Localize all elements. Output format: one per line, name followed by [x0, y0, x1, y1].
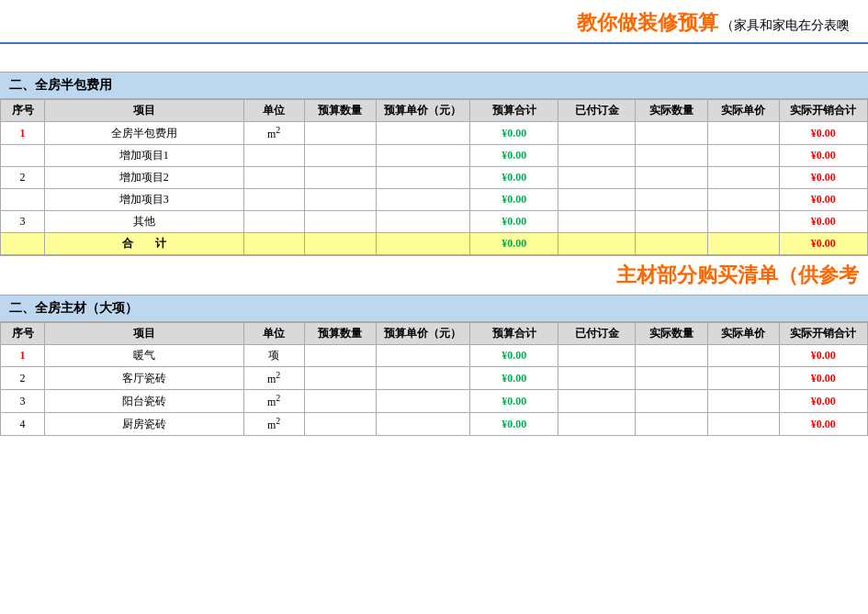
actual-qty-cell: [636, 413, 707, 436]
section1-header: 二、全房半包费用: [0, 72, 868, 99]
table-row: 增加项目3 ¥0.00 ¥0.00: [1, 189, 868, 211]
total-actual-price: [707, 233, 779, 255]
seq-cell: 1: [1, 345, 45, 367]
col2-header-actual-price: 实际单价: [707, 323, 779, 345]
plan-qty-cell: [304, 167, 376, 189]
col-header-plan-qty: 预算数量: [304, 100, 376, 122]
header-gap: [0, 44, 868, 72]
total-paid: [558, 233, 636, 255]
plan-price-cell: [376, 211, 469, 233]
total-plan-qty: [304, 233, 376, 255]
mid-banner-text: 主材部分购买清单（供参考: [616, 263, 859, 286]
plan-total-cell: ¥0.00: [470, 345, 558, 367]
header-title: 教你做装修预算: [577, 11, 718, 34]
plan-qty-cell: [304, 345, 376, 367]
plan-price-cell: [376, 413, 469, 436]
actual-total-cell: ¥0.00: [779, 189, 867, 211]
plan-qty-cell: [304, 145, 376, 167]
col2-header-plan-total: 预算合计: [470, 323, 558, 345]
paid-cell: [558, 345, 636, 367]
table-row: 2 增加项目2 ¥0.00 ¥0.00: [1, 167, 868, 189]
col2-header-seq: 序号: [1, 323, 45, 345]
col-header-actual-qty: 实际数量: [636, 100, 707, 122]
actual-qty-cell: [636, 367, 707, 390]
plan-total-cell: ¥0.00: [470, 167, 558, 189]
total-label: 合 计: [45, 233, 243, 255]
actual-total-cell: ¥0.00: [779, 122, 867, 145]
plan-price-cell: [376, 145, 469, 167]
table-row: 4 厨房瓷砖 m2 ¥0.00 ¥0.00: [1, 413, 868, 436]
unit-cell: m2: [243, 390, 304, 413]
seq-cell: 4: [1, 413, 45, 436]
actual-total-cell: ¥0.00: [779, 413, 867, 436]
actual-price-cell: [707, 167, 779, 189]
table-row: 增加项目1 ¥0.00 ¥0.00: [1, 145, 868, 167]
item-cell: 暖气: [45, 345, 243, 367]
col2-header-plan-qty: 预算数量: [304, 323, 376, 345]
section1-header-row: 序号 项目 单位 预算数量 预算单价（元） 预算合计 已付订金 实际数量 实际单…: [1, 100, 868, 122]
actual-total-cell: ¥0.00: [779, 145, 867, 167]
plan-qty-cell: [304, 122, 376, 145]
col-header-plan-price: 预算单价（元）: [376, 100, 469, 122]
unit-cell: [243, 145, 304, 167]
paid-cell: [558, 413, 636, 436]
actual-price-cell: [707, 211, 779, 233]
seq-cell: [1, 189, 45, 211]
paid-cell: [558, 122, 636, 145]
actual-price-cell: [707, 145, 779, 167]
actual-qty-cell: [636, 145, 707, 167]
unit-cell: [243, 211, 304, 233]
unit-cell: m2: [243, 122, 304, 145]
plan-price-cell: [376, 390, 469, 413]
col2-header-item: 项目: [45, 323, 243, 345]
actual-total-cell: ¥0.00: [779, 345, 867, 367]
actual-qty-cell: [636, 167, 707, 189]
actual-total-cell: ¥0.00: [779, 211, 867, 233]
actual-price-cell: [707, 367, 779, 390]
col-header-unit: 单位: [243, 100, 304, 122]
table-row: 3 其他 ¥0.00 ¥0.00: [1, 211, 868, 233]
col-header-plan-total: 预算合计: [470, 100, 558, 122]
plan-total-cell: ¥0.00: [470, 413, 558, 436]
total-unit: [243, 233, 304, 255]
paid-cell: [558, 167, 636, 189]
seq-cell: [1, 145, 45, 167]
seq-cell: 3: [1, 211, 45, 233]
item-cell: 客厅瓷砖: [45, 367, 243, 390]
col-header-actual-price: 实际单价: [707, 100, 779, 122]
col2-header-unit: 单位: [243, 323, 304, 345]
total-row: 合 计 ¥0.00 ¥0.00: [1, 233, 868, 255]
actual-price-cell: [707, 345, 779, 367]
total-actual-qty: [636, 233, 707, 255]
actual-price-cell: [707, 413, 779, 436]
unit-cell: m2: [243, 413, 304, 436]
actual-price-cell: [707, 122, 779, 145]
plan-price-cell: [376, 367, 469, 390]
plan-total-cell: ¥0.00: [470, 367, 558, 390]
plan-total-cell: ¥0.00: [470, 189, 558, 211]
plan-total-cell: ¥0.00: [470, 145, 558, 167]
col-header-paid: 已付订金: [558, 100, 636, 122]
unit-cell: [243, 167, 304, 189]
plan-qty-cell: [304, 189, 376, 211]
item-cell: 阳台瓷砖: [45, 390, 243, 413]
item-cell: 其他: [45, 211, 243, 233]
actual-total-cell: ¥0.00: [779, 167, 867, 189]
plan-price-cell: [376, 167, 469, 189]
table-row: 1 暖气 项 ¥0.00 ¥0.00: [1, 345, 868, 367]
col2-header-plan-price: 预算单价（元）: [376, 323, 469, 345]
paid-cell: [558, 390, 636, 413]
seq-cell: 3: [1, 390, 45, 413]
header-subtitle: （家具和家电在分表噢: [721, 18, 850, 32]
col-header-item: 项目: [45, 100, 243, 122]
section1-table: 序号 项目 单位 预算数量 预算单价（元） 预算合计 已付订金 实际数量 实际单…: [0, 99, 868, 255]
unit-cell: m2: [243, 367, 304, 390]
table-row: 3 阳台瓷砖 m2 ¥0.00 ¥0.00: [1, 390, 868, 413]
actual-qty-cell: [636, 211, 707, 233]
paid-cell: [558, 211, 636, 233]
total-seq: [1, 233, 45, 255]
actual-total-cell: ¥0.00: [779, 390, 867, 413]
seq-cell: 2: [1, 167, 45, 189]
plan-qty-cell: [304, 211, 376, 233]
plan-qty-cell: [304, 413, 376, 436]
